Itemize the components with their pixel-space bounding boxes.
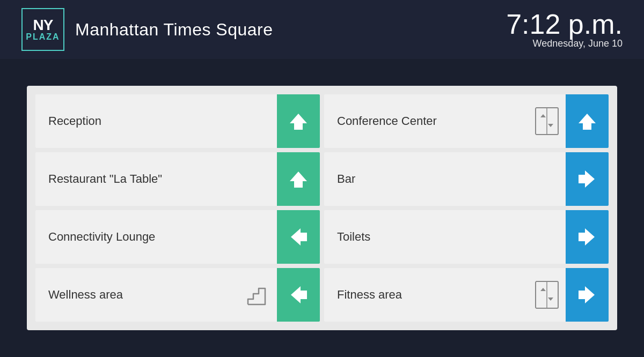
logo-ny: NY xyxy=(33,18,53,33)
svg-marker-8 xyxy=(291,228,307,246)
svg-marker-4 xyxy=(548,124,553,127)
wf-label-fitness-area: Fitness area xyxy=(324,288,528,302)
wf-label-conference-center: Conference Center xyxy=(324,114,528,128)
wf-arrow-connectivity-lounge[interactable] xyxy=(277,210,320,264)
svg-marker-6 xyxy=(290,172,307,188)
wf-label-connectivity-lounge: Connectivity Lounge xyxy=(35,230,277,244)
svg-marker-15 xyxy=(579,286,595,303)
wf-arrow-reception[interactable] xyxy=(277,94,320,148)
time-display: 7:12 p.m. xyxy=(506,10,623,38)
wf-arrow-bar[interactable] xyxy=(566,152,609,206)
logo: NY PLAZA xyxy=(21,8,64,51)
wf-label-toilets: Toilets xyxy=(324,230,566,244)
header-right: 7:12 p.m. Wednesday, June 10 xyxy=(506,10,623,49)
wayfinding-row-wellness-area: Wellness area xyxy=(35,268,320,322)
header: NY PLAZA Manhattan Times Square 7:12 p.m… xyxy=(0,0,644,59)
svg-marker-14 xyxy=(548,298,553,301)
stairs-icon xyxy=(239,283,277,307)
wf-label-reception: Reception xyxy=(35,114,277,128)
svg-marker-5 xyxy=(579,114,596,130)
wf-arrow-restaurant[interactable] xyxy=(277,152,320,206)
elevator-icon xyxy=(528,280,566,309)
wayfinding-row-reception: Reception xyxy=(35,94,320,148)
main-content: Reception Conference Center xyxy=(0,59,644,357)
hotel-name: Manhattan Times Square xyxy=(75,20,273,40)
wayfinding-row-connectivity-lounge: Connectivity Lounge xyxy=(35,210,320,264)
elevator-icon xyxy=(528,107,566,136)
wayfinding-row-fitness-area: Fitness area xyxy=(324,268,609,322)
svg-marker-9 xyxy=(579,228,595,246)
date-display: Wednesday, June 10 xyxy=(506,38,623,49)
wf-label-bar: Bar xyxy=(324,172,566,186)
wayfinding-row-conference-center: Conference Center xyxy=(324,94,609,148)
svg-marker-10 xyxy=(291,286,307,303)
wf-arrow-conference-center[interactable] xyxy=(566,94,609,148)
wayfinding-row-restaurant: Restaurant "La Table" xyxy=(35,152,320,206)
wf-arrow-fitness-area[interactable] xyxy=(566,268,609,322)
header-left: NY PLAZA Manhattan Times Square xyxy=(21,8,273,51)
wf-arrow-toilets[interactable] xyxy=(566,210,609,264)
svg-marker-0 xyxy=(290,114,307,130)
wayfinding-row-bar: Bar xyxy=(324,152,609,206)
svg-marker-13 xyxy=(540,288,546,291)
wf-label-restaurant: Restaurant "La Table" xyxy=(35,172,277,186)
svg-marker-7 xyxy=(579,170,595,188)
logo-plaza: PLAZA xyxy=(26,33,60,41)
wayfinding-card: Reception Conference Center xyxy=(27,86,617,330)
svg-marker-3 xyxy=(540,114,546,117)
wf-arrow-wellness-area[interactable] xyxy=(277,268,320,322)
wf-label-wellness-area: Wellness area xyxy=(35,288,239,302)
wayfinding-row-toilets: Toilets xyxy=(324,210,609,264)
